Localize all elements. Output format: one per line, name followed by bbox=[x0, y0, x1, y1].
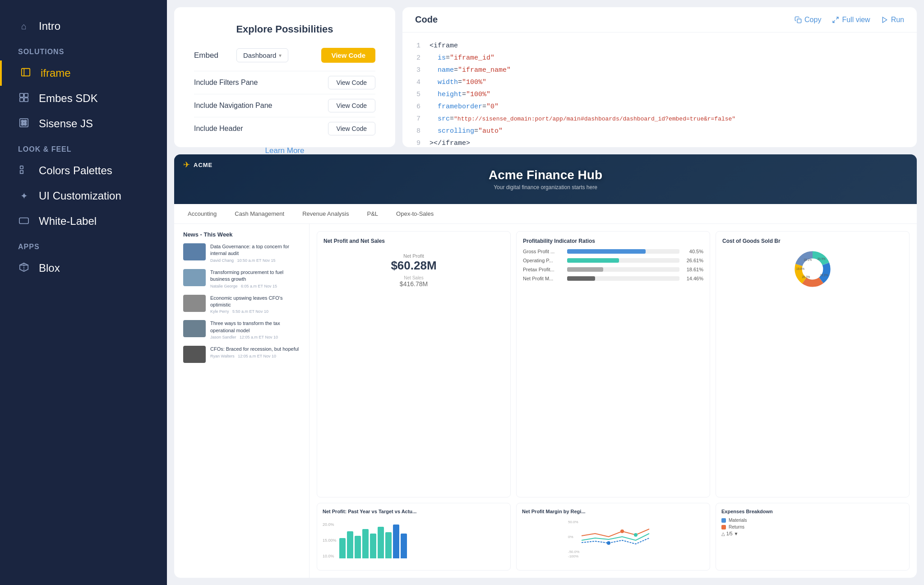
code-line-9: 9 ></iframe> bbox=[411, 137, 908, 147]
dash-logo-area: ✈ ACME bbox=[183, 160, 213, 170]
view-code-header-button[interactable]: View Code bbox=[328, 122, 375, 135]
svg-line-15 bbox=[833, 20, 835, 23]
nav-revenue[interactable]: Revenue Analysis bbox=[302, 209, 349, 219]
sidebar: ⌂ Intro SOLUTIONS iframe Embes SDK bbox=[0, 0, 167, 585]
profitability-card: Profitability Indicator Ratios Gross Pro… bbox=[516, 231, 710, 497]
metrics-bottom-row: Net Profit: Past Year vs Target vs Actu.… bbox=[317, 503, 910, 571]
run-button[interactable]: Run bbox=[881, 16, 904, 24]
prof-bar-bg-3 bbox=[567, 276, 679, 281]
embed-dropdown[interactable]: Dashboard ▾ bbox=[236, 48, 288, 62]
prof-bar-2 bbox=[567, 267, 603, 272]
svg-text:0%: 0% bbox=[568, 535, 573, 539]
news-thumb-0 bbox=[183, 243, 206, 260]
line-num-6: 6 bbox=[411, 101, 420, 113]
net-profit-card: Net Profit and Net Sales Net Profit $60.… bbox=[317, 231, 511, 497]
net-margin-title: Net Profit Margin by Regi... bbox=[522, 509, 704, 514]
line-num-3: 3 bbox=[411, 64, 420, 76]
sidebar-item-iframe-label: iframe bbox=[41, 67, 71, 79]
run-icon bbox=[881, 16, 888, 23]
svg-rect-11 bbox=[20, 166, 23, 168]
nav-accounting[interactable]: Accounting bbox=[188, 209, 217, 219]
news-thumb-2 bbox=[183, 295, 206, 312]
prof-label-3: Net Profit M... bbox=[523, 276, 564, 281]
net-sales-value: $416.78M bbox=[323, 280, 504, 288]
y-label-2: 15.00% bbox=[323, 538, 337, 543]
view-code-primary-button[interactable]: View Code bbox=[321, 48, 375, 63]
news-meta-4: Ryan Walters 12:05 a.m ET Nov 10 bbox=[210, 354, 300, 358]
line-chart-svg: 50.0% 0% -50.0% -100% bbox=[522, 518, 704, 558]
learn-more-link[interactable]: Learn More bbox=[194, 146, 375, 155]
copy-icon bbox=[795, 16, 802, 23]
main-content: Explore Possibilities Embed Dashboard ▾ … bbox=[167, 0, 924, 585]
svg-rect-5 bbox=[24, 98, 28, 101]
copy-button[interactable]: Copy bbox=[795, 16, 821, 24]
svg-text:20.3%: 20.3% bbox=[802, 275, 810, 279]
sidebar-item-embed-sdk[interactable]: Embes SDK bbox=[0, 86, 167, 111]
nav-opex[interactable]: Opex-to-Sales bbox=[396, 209, 434, 219]
code-header: Code Copy bbox=[402, 7, 917, 32]
line-chart-container: 50.0% 0% -50.0% -100% bbox=[522, 518, 704, 558]
net-profit-trend-card: Net Profit: Past Year vs Target vs Actu.… bbox=[317, 503, 511, 571]
code-line-5: 5 height="100%" bbox=[411, 88, 908, 101]
view-code-navigation-button[interactable]: View Code bbox=[328, 99, 375, 112]
net-sales-label: Net Sales bbox=[323, 275, 504, 280]
sisense-js-icon bbox=[18, 118, 30, 130]
prof-row-1: Operating P... 26.61% bbox=[523, 258, 703, 263]
sidebar-item-colors[interactable]: Colors Palettes bbox=[0, 158, 167, 183]
svg-text:50.0%: 50.0% bbox=[568, 520, 578, 524]
news-header: News - This Week bbox=[183, 231, 300, 238]
option-label-2: Include Header bbox=[194, 125, 243, 133]
code-actions: Copy Full view bbox=[795, 16, 904, 24]
net-profit-trend-title: Net Profit: Past Year vs Target vs Actu.… bbox=[323, 509, 505, 514]
news-text-2: Economic upswing leaves CFO's optimistic… bbox=[210, 295, 300, 314]
legend-dot-materials bbox=[721, 518, 726, 523]
code-line-6: 6 frameborder="0" bbox=[411, 101, 908, 113]
sidebar-item-sisense-js[interactable]: Sisense JS bbox=[0, 111, 167, 136]
fullview-button[interactable]: Full view bbox=[832, 16, 870, 24]
bar-2 bbox=[355, 536, 361, 558]
donut-chart: 19.1% 20.5% 20.3% 20.3% 19.8% bbox=[792, 249, 833, 289]
news-meta-3: Jason Sandler 12:05 a.m ET Nov 10 bbox=[210, 335, 300, 339]
news-text-1: Transforming procurement to fuel busines… bbox=[210, 269, 300, 288]
prof-row-3: Net Profit M... 14.46% bbox=[523, 276, 703, 281]
bar-4 bbox=[370, 534, 376, 558]
legend-item-materials: Materials bbox=[721, 518, 904, 523]
metrics-top-row: Net Profit and Net Sales Net Profit $60.… bbox=[317, 231, 910, 497]
y-label-1: 20.0% bbox=[323, 522, 337, 527]
sidebar-item-ui-custom[interactable]: ✦ UI Customization bbox=[0, 183, 167, 209]
line-code-4: width="100%" bbox=[430, 76, 486, 88]
dashboard-title: Acme Finance Hub bbox=[489, 168, 602, 182]
sidebar-item-blox[interactable]: Blox bbox=[0, 255, 167, 281]
prof-label-1: Operating P... bbox=[523, 258, 564, 263]
donut-container: 19.1% 20.5% 20.3% 20.3% 19.8% bbox=[722, 249, 903, 289]
svg-rect-10 bbox=[24, 123, 27, 125]
legend-dot-returns bbox=[721, 525, 726, 529]
net-profit-value: $60.28M bbox=[323, 259, 504, 273]
nav-cash-mgmt[interactable]: Cash Management bbox=[235, 209, 284, 219]
line-code-8: scrolling="auto" bbox=[430, 125, 503, 137]
embed-label: Embed bbox=[194, 51, 230, 60]
prof-bar-0 bbox=[567, 249, 646, 254]
line-code-1: <iframe bbox=[430, 40, 458, 52]
code-line-2: 2 is="iframe_id" bbox=[411, 52, 908, 64]
bar-6 bbox=[385, 532, 392, 558]
view-code-filters-button[interactable]: View Code bbox=[328, 76, 375, 89]
svg-text:-100%: -100% bbox=[568, 554, 578, 558]
news-headline-4: CFOs: Braced for recession, but hopeful bbox=[210, 346, 300, 353]
sidebar-item-iframe[interactable]: iframe bbox=[0, 60, 167, 86]
run-label: Run bbox=[891, 16, 904, 24]
dash-metrics: Net Profit and Net Sales Net Profit $60.… bbox=[310, 224, 917, 578]
option-row-2: Include Header View Code bbox=[194, 117, 375, 140]
line-code-5: height="100%" bbox=[430, 88, 490, 101]
dropdown-value: Dashboard bbox=[243, 51, 276, 59]
news-headline-1: Transforming procurement to fuel busines… bbox=[210, 269, 300, 283]
sidebar-item-white-label[interactable]: White-Label bbox=[0, 209, 167, 234]
nav-pl[interactable]: P&L bbox=[367, 209, 379, 219]
news-item-1: Transforming procurement to fuel busines… bbox=[183, 269, 300, 288]
news-meta-2: Kyle Perry 5:50 a.m ET Nov 10 bbox=[210, 309, 300, 314]
svg-rect-6 bbox=[20, 118, 28, 126]
prof-bar-3 bbox=[567, 276, 595, 281]
sidebar-item-intro[interactable]: ⌂ Intro bbox=[0, 14, 167, 39]
prof-label-2: Pretax Profit... bbox=[523, 267, 564, 272]
prof-bar-bg-0 bbox=[567, 249, 679, 254]
